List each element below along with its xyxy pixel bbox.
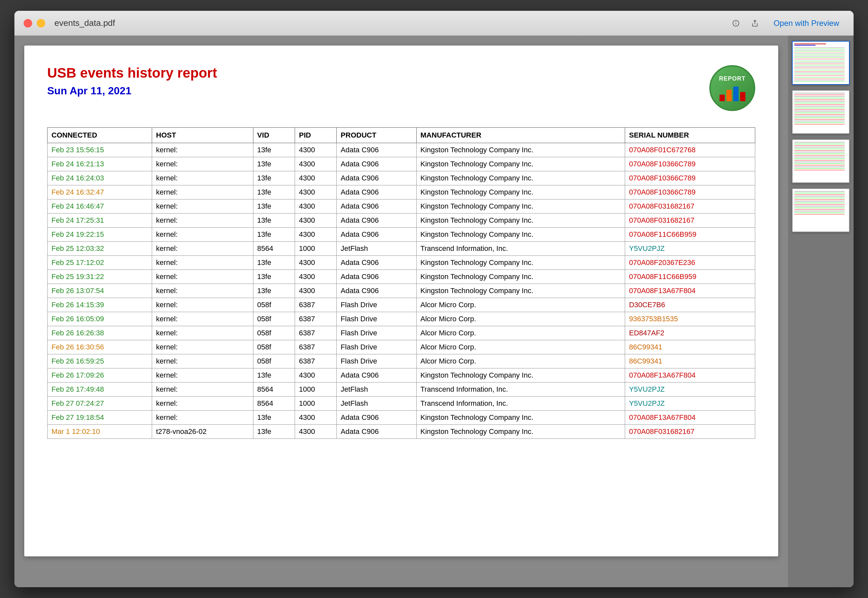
info-icon[interactable] [730,18,742,29]
col-pid: PID [295,128,336,143]
cell-8-6: 070A08F20367E236 [625,256,755,270]
table-row: Feb 26 16:30:56kernel:058f6387Flash Driv… [48,340,755,354]
cell-2-3: 4300 [295,171,336,185]
minimize-button[interactable]: – [37,19,45,27]
cell-7-0: Feb 25 12:03:32 [48,242,152,256]
thumb-row [794,119,845,120]
thumb-row [794,69,845,69]
logo-text: REPORT [719,75,745,82]
thumb-row [794,55,845,55]
cell-8-2: 13fe [253,256,295,270]
col-host: HOST [152,128,253,143]
thumb-row [794,196,845,197]
cell-1-3: 4300 [295,157,336,171]
cell-20-2: 13fe [253,425,295,439]
cell-2-6: 070A08F10366C789 [625,171,755,185]
thumb-row [794,56,845,57]
cell-8-4: Adata C906 [337,256,416,270]
cell-13-6: ED847AF2 [625,326,755,340]
share-icon[interactable] [750,18,760,29]
cell-11-6: D30CE7B6 [625,298,755,312]
thumb-row [794,106,845,107]
cell-13-2: 058f [253,326,295,340]
filename-label: events_data.pdf [54,18,115,28]
cell-17-5: Transcend Information, Inc. [416,383,625,396]
thumb-row [794,158,845,159]
thumbnail-page-1[interactable] [792,41,850,85]
thumb-row [794,193,845,194]
cell-17-3: 1000 [295,383,336,396]
cell-2-5: Kingston Technology Company Inc. [416,171,625,185]
cell-6-6: 070A08F11C66B959 [625,227,755,242]
cell-16-5: Kingston Technology Company Inc. [416,368,625,383]
report-logo: REPORT [709,65,755,111]
thumb-header-line [794,43,826,44]
cell-20-6: 070A08F031682167 [625,425,755,439]
report-title-block: USB events history report Sun Apr 11, 20… [47,65,217,97]
cell-19-4: Adata C906 [337,411,416,425]
logo-circle: REPORT [709,65,755,111]
thumb-row [794,52,845,53]
cell-7-2: 8564 [253,242,295,256]
cell-8-3: 4300 [295,256,336,270]
thumb-row [794,93,845,94]
cell-13-1: kernel: [152,326,253,340]
cell-3-2: 13fe [253,185,295,199]
thumbnail-page-2[interactable] [792,90,850,134]
table-row: Feb 25 12:03:32kernel:85641000JetFlashTr… [48,242,755,256]
cell-14-6: 86C99341 [625,340,755,354]
thumb-row [794,201,845,202]
cell-7-1: kernel: [152,242,253,256]
thumb-row [794,53,845,54]
thumb-sub-line [794,45,816,45]
col-serial: SERIAL NUMBER [625,128,755,143]
thumb-row [794,160,845,161]
col-product: PRODUCT [337,128,416,143]
cell-13-3: 6387 [295,326,336,340]
table-row: Mar 1 12:02:10t278-vnoa26-0213fe4300Adat… [48,425,755,439]
thumb-row [794,209,845,210]
cell-7-6: Y5VU2PJZ [625,242,755,256]
cell-10-5: Kingston Technology Company Inc. [416,284,625,298]
cell-2-4: Adata C906 [337,171,416,185]
thumb-row [794,165,845,166]
cell-4-1: kernel: [152,199,253,214]
cell-14-3: 6387 [295,340,336,354]
cell-12-3: 6387 [295,312,336,326]
cell-13-4: Flash Drive [337,326,416,340]
cell-4-5: Kingston Technology Company Inc. [416,199,625,214]
cell-6-2: 13fe [253,227,295,242]
thumb-row [794,214,845,215]
cell-19-5: Kingston Technology Company Inc. [416,411,625,425]
thumb-row [794,61,845,61]
cell-0-1: kernel: [152,143,253,157]
cell-9-0: Feb 25 19:31:22 [48,270,152,284]
cell-5-5: Kingston Technology Company Inc. [416,214,625,227]
cell-1-1: kernel: [152,157,253,171]
cell-5-2: 13fe [253,214,295,227]
cell-17-0: Feb 26 17:49:48 [48,383,152,396]
open-with-preview-button[interactable]: Open with Preview [768,16,844,30]
close-button[interactable]: × [24,19,32,27]
cell-16-2: 13fe [253,368,295,383]
thumbnail-page-3[interactable] [792,139,850,183]
thumbnail-page-4[interactable] [792,188,850,232]
cell-19-2: 13fe [253,411,295,425]
table-row: Feb 26 16:26:38kernel:058f6387Flash Driv… [48,326,755,340]
thumb-1-inner [793,42,849,84]
cell-9-6: 070A08F11C66B959 [625,270,755,284]
cell-2-0: Feb 24 16:24:03 [48,171,152,185]
cell-13-5: Alcor Micro Corp. [416,326,625,340]
cell-20-3: 4300 [295,425,336,439]
cell-12-5: Alcor Micro Corp. [416,312,625,326]
cell-0-4: Adata C906 [337,143,416,157]
report-header: USB events history report Sun Apr 11, 20… [47,65,755,111]
cell-2-1: kernel: [152,171,253,185]
thumb-row [794,51,845,52]
cell-7-4: JetFlash [337,242,416,256]
thumb-row [794,170,845,170]
thumb-row [794,50,845,51]
thumb-row [794,112,845,113]
cell-10-3: 4300 [295,284,336,298]
cell-10-2: 13fe [253,284,295,298]
